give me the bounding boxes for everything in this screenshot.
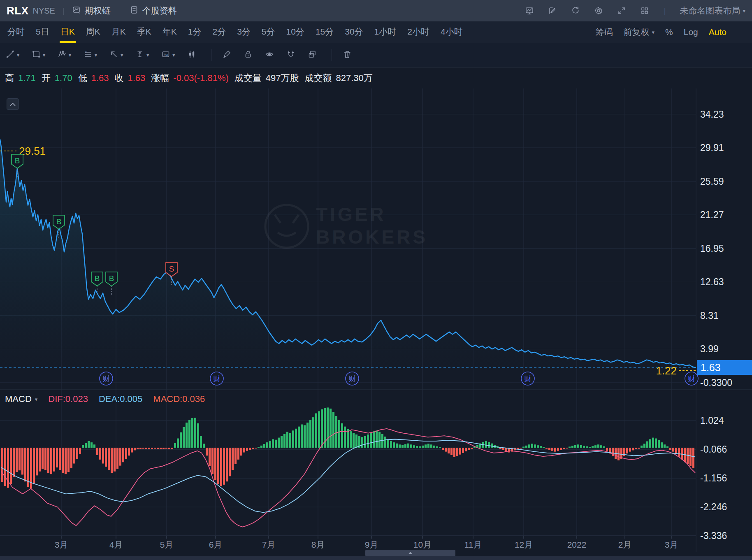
macd-histogram-bar: [566, 448, 568, 448]
candle-style-button[interactable]: [187, 50, 196, 60]
visibility-eye-icon: [265, 50, 274, 60]
macd-histogram-bar: [462, 448, 464, 453]
layout-grid-icon[interactable]: [639, 5, 650, 16]
macd-histogram-bar: [404, 444, 406, 448]
macd-histogram-bar: [39, 448, 41, 472]
chart-panel-icon[interactable]: [524, 5, 535, 16]
timeframe-4小时[interactable]: 4小时: [441, 21, 463, 43]
x-axis-label: 12月: [515, 540, 533, 549]
option-筹码[interactable]: 筹码: [596, 26, 613, 38]
option-%[interactable]: %: [665, 27, 673, 37]
macd-histogram-bar: [545, 448, 548, 449]
ohlc-readout: 高 1.71 开 1.70 低 1.63 收 1.63 涨幅 -0.03(-1.…: [0, 67, 752, 88]
earnings-report-icon[interactable]: 财: [521, 372, 534, 385]
timeframe-5分[interactable]: 5分: [262, 21, 275, 43]
settings-gear-icon[interactable]: [593, 5, 604, 16]
timeframe-10分[interactable]: 10分: [286, 21, 304, 43]
macd-selector[interactable]: MACD ▾: [5, 394, 37, 404]
svg-text:BROKERS: BROKERS: [316, 226, 428, 248]
option-Auto[interactable]: Auto: [709, 27, 726, 37]
macd-histogram-bar: [197, 423, 199, 448]
macd-histogram-bar: [56, 448, 58, 467]
magnet-snap-button[interactable]: [286, 50, 295, 60]
macd-histogram-bar: [606, 448, 608, 451]
macd-histogram-bar: [560, 448, 562, 450]
x-axis-label: 5月: [160, 540, 174, 549]
timeframe-年K[interactable]: 年K: [162, 21, 177, 43]
buy-marker[interactable]: B: [91, 272, 103, 295]
turnover-value: 827.30万: [336, 72, 373, 84]
macd-histogram-bar: [62, 448, 64, 473]
cost-line-low-label: 1.22: [656, 365, 677, 377]
shape-rectangle-tool-button[interactable]: ▾: [32, 50, 45, 60]
timeframe-3分[interactable]: 3分: [237, 21, 251, 43]
trendline-tool-button[interactable]: ▾: [6, 50, 19, 60]
buy-marker[interactable]: B: [106, 272, 117, 295]
macd-histogram-bar: [70, 448, 72, 468]
option-label: 前复权: [624, 26, 650, 38]
draw-edit-icon[interactable]: [547, 5, 558, 16]
fullscreen-icon[interactable]: [616, 5, 627, 16]
option-前复权[interactable]: 前复权▾: [624, 26, 655, 38]
price-axis-label: 21.27: [700, 209, 724, 220]
option-Log[interactable]: Log: [684, 27, 698, 37]
measure-tool-button[interactable]: ▾: [135, 50, 149, 60]
earnings-report-icon[interactable]: 财: [210, 372, 223, 385]
timeframe-周K[interactable]: 周K: [86, 21, 100, 43]
timeframe-15分[interactable]: 15分: [316, 21, 334, 43]
macd-axis-label: -0.066: [700, 444, 727, 455]
unlock-button[interactable]: [244, 50, 253, 60]
nav-item-option-chain[interactable]: 期权链: [72, 5, 111, 16]
layout-name-label: 未命名图表布局: [680, 5, 740, 16]
arrow-tool-button[interactable]: ▾: [109, 50, 123, 60]
visibility-eye-button[interactable]: [265, 50, 274, 60]
layout-selector[interactable]: 未命名图表布局 ▾: [680, 5, 745, 16]
macd-histogram-bar: [652, 438, 654, 448]
timeframe-季K[interactable]: 季K: [137, 21, 151, 43]
macd-histogram-bar: [327, 407, 329, 448]
timeframe-list: 分时5日日K周K月K季K年K1分2分3分5分10分15分30分1小时2小时4小时: [7, 21, 474, 43]
macd-histogram-bar: [635, 448, 637, 449]
macd-histogram-bar: [643, 444, 645, 448]
collapse-panel-button[interactable]: [7, 98, 19, 110]
price-axis-label: 25.59: [700, 176, 724, 187]
macd-histogram-bar: [13, 448, 15, 477]
earnings-report-icon[interactable]: 财: [685, 372, 698, 385]
macd-histogram-bar: [335, 416, 337, 448]
macd-histogram-bar: [67, 448, 70, 472]
timeframe-2小时[interactable]: 2小时: [407, 21, 429, 43]
timeframe-月K[interactable]: 月K: [111, 21, 126, 43]
brush-pencil-button[interactable]: [222, 50, 231, 60]
macd-histogram-bar: [47, 448, 49, 473]
macd-histogram-bar: [597, 444, 599, 448]
nav-item-stock-profile[interactable]: 个股资料: [130, 5, 177, 16]
earnings-report-icon[interactable]: 财: [100, 372, 113, 385]
chevron-down-icon: ▾: [69, 52, 71, 58]
macd-histogram-bar: [692, 448, 694, 468]
buy-marker[interactable]: B: [12, 154, 23, 177]
timeframe-30分[interactable]: 30分: [345, 21, 363, 43]
text-annotation-tool-button[interactable]: Aa▾: [161, 50, 175, 60]
svg-text:B: B: [109, 274, 114, 283]
price-chart-canvas[interactable]: 3月4月5月6月7月8月9月10月11月12月20222月3月34.2329.9…: [0, 88, 752, 560]
timeframe-日K[interactable]: 日K: [60, 21, 75, 43]
chevron-down-icon: ▾: [17, 52, 19, 58]
earnings-report-icon[interactable]: 财: [346, 372, 359, 385]
duplicate-button[interactable]: [308, 50, 317, 60]
macd-histogram-bar: [88, 441, 90, 448]
wave-pattern-tool-button[interactable]: ▾: [58, 50, 71, 60]
timeframe-5日[interactable]: 5日: [36, 21, 49, 43]
refresh-icon[interactable]: [570, 5, 581, 16]
macd-histogram-bar: [142, 448, 144, 449]
price-axis-label: 12.63: [700, 277, 724, 287]
x-axis-label: 8月: [311, 540, 325, 549]
macd-histogram-bar: [425, 444, 427, 448]
timeframe-1小时[interactable]: 1小时: [374, 21, 397, 43]
gann-lines-tool-button[interactable]: G▾: [84, 50, 97, 60]
chevron-down-icon: ▾: [43, 52, 45, 58]
trash-button[interactable]: [343, 50, 352, 60]
timeframe-2分[interactable]: 2分: [212, 21, 226, 43]
timeframe-1分[interactable]: 1分: [188, 21, 202, 43]
timeframe-分时[interactable]: 分时: [7, 21, 25, 43]
buy-marker[interactable]: B: [53, 215, 65, 238]
